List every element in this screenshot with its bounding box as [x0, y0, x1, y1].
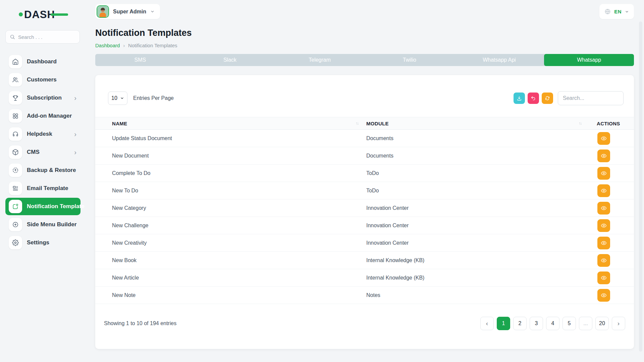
template-name: New Note — [95, 292, 366, 298]
tab-sms[interactable]: SMS — [95, 54, 185, 66]
view-button[interactable] — [597, 237, 610, 249]
page-button-3[interactable]: 3 — [530, 317, 543, 330]
table-search-input[interactable] — [563, 95, 616, 101]
page-button-1[interactable]: 1 — [497, 317, 510, 330]
sidebar-item-label: Helpdesk — [27, 131, 52, 137]
svg-text:DASH: DASH — [24, 9, 55, 20]
main-content: Super Admin EN Notification Templates Da… — [87, 0, 644, 362]
sidebar: DASH Dashboard Customers — [0, 0, 87, 362]
dash-logo-icon: DASH — [18, 8, 69, 20]
sidebar-search-input[interactable] — [18, 34, 65, 40]
table-footer: Showing 1 to 10 of 194 entries ‹ 1 2 3 4… — [95, 317, 634, 330]
sidebar-item-email-template[interactable]: Email Template — [5, 180, 80, 197]
sidebar-item-label: CMS — [27, 149, 40, 156]
next-page-button[interactable]: › — [612, 317, 625, 330]
sidebar-item-side-menu-builder[interactable]: Side Menu Builder — [5, 216, 80, 233]
template-name: Update Status Document — [95, 135, 366, 141]
template-name: New Creativity — [95, 240, 366, 246]
table-row: New To Do ToDo — [95, 182, 634, 199]
template-module: ToDo — [366, 188, 585, 194]
sidebar-item-label: Backup & Restore — [27, 167, 76, 174]
table-toolbar: 10 Entries Per Page — [95, 75, 634, 105]
channel-tabs: SMS Slack Telegram Twilio Whatsapp Api W… — [95, 54, 634, 66]
breadcrumb: Dashboard › Notification Templates — [95, 43, 634, 48]
template-module: Internal Knowledge (KB) — [366, 257, 585, 263]
user-menu[interactable]: Super Admin — [95, 4, 160, 19]
user-name: Super Admin — [113, 9, 146, 15]
page-title: Notification Templates — [95, 28, 634, 38]
sidebar-item-notification-template[interactable]: Notification Template — [5, 198, 80, 215]
page-button-4[interactable]: 4 — [546, 317, 559, 330]
chevron-down-icon — [150, 9, 155, 14]
sidebar-item-backup-restore[interactable]: Backup & Restore — [5, 162, 80, 179]
tab-slack[interactable]: Slack — [185, 54, 275, 66]
sidebar-item-subscription[interactable]: Subscription › — [5, 89, 80, 107]
refresh-button[interactable] — [542, 93, 553, 104]
template-module: ToDo — [366, 170, 585, 176]
undo-button[interactable] — [528, 93, 539, 104]
template-name: New Book — [95, 257, 366, 263]
sidebar-item-label: Side Menu Builder — [27, 221, 76, 228]
eye-icon — [601, 135, 607, 141]
sidebar-item-settings[interactable]: Settings — [5, 234, 80, 251]
page-button-20[interactable]: 20 — [595, 317, 609, 330]
view-button[interactable] — [597, 202, 610, 215]
table-row: New Article Internal Knowledge (KB) — [95, 269, 634, 287]
sidebar-item-label: Settings — [27, 239, 49, 246]
sidebar-item-addon-manager[interactable]: Add-on Manager — [5, 107, 80, 125]
table-search[interactable] — [558, 91, 624, 105]
sidebar-item-label: Subscription — [27, 95, 62, 101]
language-selector[interactable]: EN — [599, 4, 634, 19]
tab-whatsapp-api[interactable]: Whatsapp Api — [454, 54, 544, 66]
breadcrumb-dashboard-link[interactable]: Dashboard — [95, 43, 120, 48]
email-template-icon — [9, 182, 22, 195]
entries-summary: Showing 1 to 10 of 194 entries — [104, 320, 176, 326]
notification-template-icon — [9, 200, 22, 213]
table-row: New Challenge Innovation Center — [95, 217, 634, 234]
template-name: New Category — [95, 205, 366, 211]
sort-icon[interactable]: ↑↓ — [356, 121, 358, 126]
page-ellipsis: ... — [579, 317, 592, 330]
eye-icon — [601, 205, 607, 211]
prev-page-button[interactable]: ‹ — [480, 317, 494, 330]
template-module: Notes — [366, 292, 585, 298]
page-scrollbar[interactable] — [639, 21, 642, 352]
entries-per-page-label: Entries Per Page — [133, 95, 174, 101]
sidebar-item-customers[interactable]: Customers — [5, 71, 80, 88]
sidebar-item-cms[interactable]: CMS › — [5, 143, 80, 161]
sidebar-item-label: Dashboard — [27, 58, 57, 65]
view-button[interactable] — [597, 184, 610, 197]
brand-logo[interactable]: DASH — [0, 8, 87, 20]
eye-icon — [601, 292, 607, 298]
page-button-2[interactable]: 2 — [513, 317, 527, 330]
gear-icon — [9, 236, 22, 249]
view-button[interactable] — [597, 219, 610, 232]
view-button[interactable] — [597, 132, 610, 145]
tab-whatsapp[interactable]: Whatsapp — [544, 54, 634, 66]
table-row: Complete To Do ToDo — [95, 165, 634, 182]
sidebar-item-helpdesk[interactable]: Helpdesk › — [5, 125, 80, 143]
column-header-name[interactable]: NAME ↑↓ — [95, 121, 366, 126]
trophy-icon — [9, 91, 22, 105]
view-button[interactable] — [597, 289, 610, 302]
view-button[interactable] — [597, 167, 610, 180]
view-button[interactable] — [597, 272, 610, 284]
tab-twilio[interactable]: Twilio — [365, 54, 454, 66]
export-button[interactable] — [514, 93, 525, 104]
sidebar-item-dashboard[interactable]: Dashboard — [5, 53, 80, 70]
eye-icon — [601, 153, 607, 159]
download-icon — [517, 96, 522, 101]
entries-per-page-select[interactable]: 10 — [108, 92, 127, 105]
templates-card: 10 Entries Per Page — [95, 75, 634, 349]
view-button[interactable] — [597, 254, 610, 267]
breadcrumb-current: Notification Templates — [128, 43, 177, 48]
sort-icon[interactable]: ↑↓ — [579, 121, 581, 126]
eye-icon — [601, 275, 607, 281]
sidebar-search[interactable] — [5, 30, 80, 44]
template-name: Complete To Do — [95, 170, 366, 176]
page-button-5[interactable]: 5 — [562, 317, 576, 330]
pagination: ‹ 1 2 3 4 5 ... 20 › — [480, 317, 625, 330]
column-header-module[interactable]: MODULE ↑↓ — [366, 121, 585, 126]
tab-telegram[interactable]: Telegram — [275, 54, 365, 66]
view-button[interactable] — [597, 149, 610, 162]
